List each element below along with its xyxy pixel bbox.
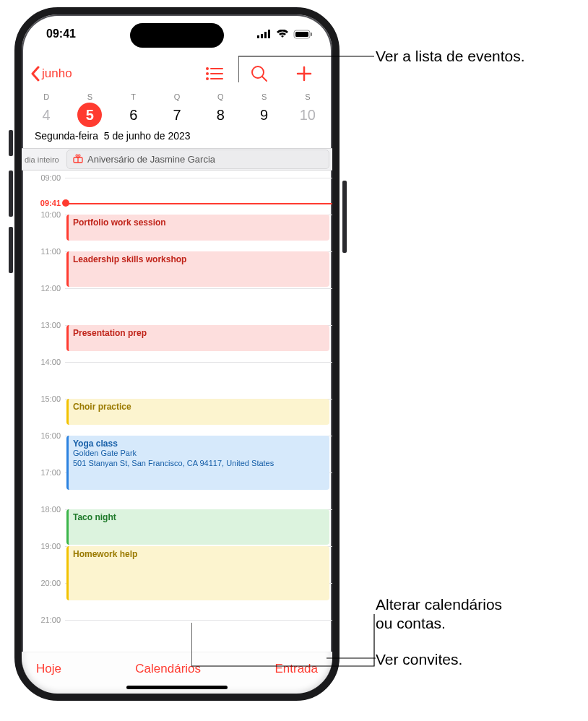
event-title: Taco night xyxy=(73,512,116,522)
event-title: Yoga class xyxy=(73,439,118,449)
hour-label: 11:00 xyxy=(22,247,61,256)
hour-label: 14:00 xyxy=(22,358,61,366)
list-view-button[interactable] xyxy=(192,58,237,90)
list-icon xyxy=(205,66,224,81)
callout-accounts: Alterar calendáriosou contas. xyxy=(376,595,502,634)
day-button[interactable]: 4 xyxy=(25,103,68,127)
svg-rect-3 xyxy=(268,30,270,38)
status-icons xyxy=(257,30,314,39)
allday-row: dia inteiro Aniversário de Jasmine Garci… xyxy=(22,149,332,170)
week-header: D S T Q Q S S 4 5 6 7 8 9 10 Segunda-fei… xyxy=(22,91,332,149)
hour-label: 13:00 xyxy=(22,321,61,329)
calendar-event[interactable]: Yoga classGolden Gate Park501 Stanyan St… xyxy=(66,436,329,490)
day-button[interactable]: 6 xyxy=(112,103,155,127)
day-button[interactable]: 9 xyxy=(242,103,285,127)
hour-label: 18:00 xyxy=(22,505,61,514)
selected-date-label: Segunda-feira 5 de junho de 2023 xyxy=(22,127,332,144)
calendar-event[interactable]: Portfolio work session xyxy=(66,215,329,241)
event-title: Choir practice xyxy=(73,402,131,412)
event-title: Presentation prep xyxy=(73,328,147,338)
hour-label: 10:00 xyxy=(22,210,61,219)
weekday-label: T xyxy=(112,91,155,101)
hour-label: 21:00 xyxy=(22,616,61,624)
chevron-left-icon xyxy=(30,66,40,82)
day-button-selected[interactable]: 5 xyxy=(68,103,111,127)
weekday-label: S xyxy=(68,91,111,101)
hour-label: 17:00 xyxy=(22,468,61,477)
weekday-label: S xyxy=(286,91,329,101)
back-button[interactable]: junho xyxy=(27,63,75,85)
calendar-event[interactable]: Leadership skills workshop xyxy=(66,251,329,287)
cellular-icon xyxy=(257,30,272,38)
day-button[interactable]: 7 xyxy=(155,103,199,127)
calendar-event[interactable]: Presentation prep xyxy=(66,325,329,351)
event-location: Golden Gate Park xyxy=(73,449,325,459)
birthday-icon xyxy=(73,153,83,165)
weekday-label: D xyxy=(25,91,68,101)
svg-point-9 xyxy=(206,72,209,75)
dynamic-island xyxy=(130,23,224,48)
callout-list: Ver a lista de eventos. xyxy=(376,47,525,66)
svg-point-11 xyxy=(206,77,209,80)
event-address: 501 Stanyan St, San Francisco, CA 94117,… xyxy=(73,459,325,469)
event-title: Leadership skills workshop xyxy=(73,254,186,264)
hour-label: 12:00 xyxy=(22,284,61,293)
hour-label: 20:00 xyxy=(22,579,61,587)
allday-label: dia inteiro xyxy=(22,149,66,170)
svg-rect-0 xyxy=(257,35,259,38)
svg-rect-2 xyxy=(264,32,267,38)
battery-icon xyxy=(293,30,314,39)
status-time: 09:41 xyxy=(46,27,76,40)
hour-label: 15:00 xyxy=(22,394,61,403)
day-button[interactable]: 8 xyxy=(199,103,242,127)
calendar-event[interactable]: Taco night xyxy=(66,509,329,545)
back-label: junho xyxy=(42,66,72,81)
hour-label: 19:00 xyxy=(22,542,61,551)
calendar-event[interactable]: Homework help xyxy=(66,546,329,600)
hour-label: 16:00 xyxy=(22,431,61,440)
day-button[interactable]: 10 xyxy=(286,103,329,127)
svg-rect-6 xyxy=(311,33,312,36)
calendar-event[interactable]: Choir practice xyxy=(66,399,329,425)
weekday-label: Q xyxy=(155,91,199,101)
day-timeline[interactable]: 09:0010:0011:0012:0013:0014:0015:0016:00… xyxy=(22,170,332,652)
allday-event[interactable]: Aniversário de Jasmine Garcia xyxy=(66,150,329,169)
event-title: Homework help xyxy=(73,549,137,559)
wifi-icon xyxy=(276,30,289,38)
weekday-label: Q xyxy=(199,91,242,101)
today-button[interactable]: Hoje xyxy=(36,662,61,676)
svg-point-7 xyxy=(206,67,209,70)
svg-rect-1 xyxy=(261,34,263,38)
svg-rect-5 xyxy=(295,32,308,37)
event-title: Portfolio work session xyxy=(73,217,166,228)
hour-label: 09:00 xyxy=(22,173,61,182)
callout-invites: Ver convites. xyxy=(376,650,462,669)
phone-frame: 09:41 junho xyxy=(14,7,340,701)
home-indicator[interactable] xyxy=(126,686,228,689)
allday-event-title: Aniversário de Jasmine Garcia xyxy=(87,154,215,165)
weekday-label: S xyxy=(242,91,285,101)
current-time-label: 09:41 xyxy=(22,199,61,207)
